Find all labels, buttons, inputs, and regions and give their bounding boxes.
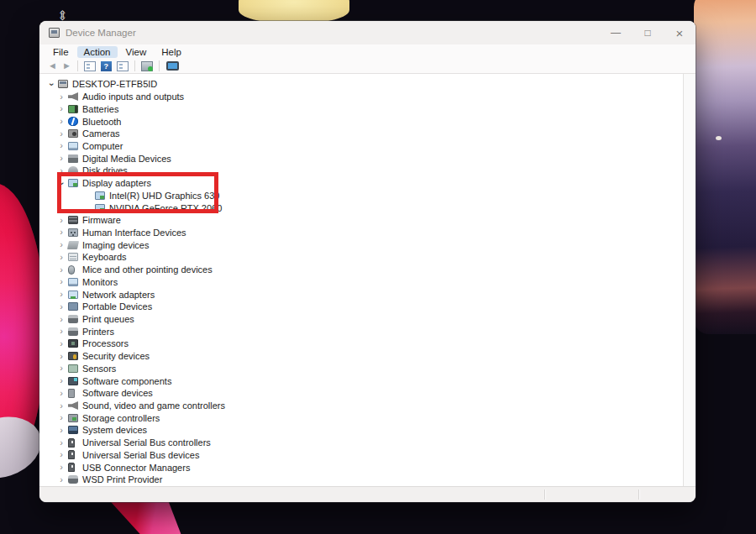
chevron-down-icon[interactable]: › [57, 178, 66, 188]
tree-item[interactable]: ›Software devices [39, 387, 683, 400]
chevron-right-icon[interactable]: › [56, 364, 66, 373]
help-button[interactable]: ? [101, 61, 112, 71]
device-manager-window: Device Manager — □ × File Action View He… [39, 21, 696, 502]
tree-item[interactable]: ›Processors [39, 338, 683, 350]
computer-monitor-icon[interactable] [166, 61, 179, 71]
tree-item[interactable]: ›Monitors [39, 276, 683, 289]
tree-item[interactable]: ›DESKTOP-ETFB5ID [39, 78, 683, 91]
firmware-icon [68, 216, 78, 224]
sound-icon [68, 401, 78, 410]
tree-item[interactable]: ›Firmware [39, 214, 683, 227]
chevron-right-icon[interactable]: › [56, 141, 66, 150]
title-bar[interactable]: Device Manager — □ × [39, 21, 696, 44]
show-console-tree-button[interactable] [84, 61, 96, 71]
chevron-right-icon[interactable]: › [56, 277, 66, 286]
chevron-right-icon[interactable]: › [56, 265, 66, 275]
chevron-right-icon[interactable]: › [56, 154, 66, 163]
tree-item[interactable]: ›Security devices [39, 350, 683, 363]
tree-item[interactable]: ›Disk drives [39, 165, 683, 177]
chevron-right-icon[interactable]: › [56, 290, 66, 299]
tree-item[interactable]: ›Computer [39, 140, 683, 153]
chevron-right-icon[interactable]: › [56, 401, 66, 411]
chevron-right-icon[interactable]: › [56, 327, 66, 336]
chevron-right-icon[interactable]: › [56, 376, 66, 385]
chevron-right-icon[interactable]: › [56, 389, 66, 398]
chevron-right-icon[interactable]: › [56, 92, 66, 102]
device-tree: ›DESKTOP-ETFB5ID›Audio inputs and output… [39, 74, 683, 486]
menu-help[interactable]: Help [155, 46, 188, 58]
chevron-right-icon[interactable]: › [56, 253, 66, 262]
chevron-right-icon[interactable]: › [56, 352, 66, 361]
tree-item[interactable]: ›Human Interface Devices [39, 227, 683, 239]
tree-item[interactable]: ›Imaging devices [39, 238, 683, 251]
chevron-right-icon[interactable]: › [56, 475, 66, 484]
minimize-button[interactable]: — [600, 21, 632, 44]
tree-item[interactable]: ›Mice and other pointing devices [39, 264, 683, 276]
tree-item-label: Processors [82, 338, 129, 348]
tree-item[interactable]: ›Universal Serial Bus devices [39, 449, 683, 462]
tree-item[interactable]: ›Intel(R) UHD Graphics 630 [39, 189, 683, 202]
tree-item-label: Keyboards [82, 252, 127, 262]
tree-item[interactable]: ›Sensors [39, 363, 683, 375]
tree-item[interactable]: ›Sound, video and game controllers [39, 400, 683, 412]
mouse-icon [68, 265, 75, 275]
chevron-right-icon[interactable]: › [56, 302, 66, 312]
tree-item[interactable]: ›Bluetooth [39, 115, 683, 128]
chevron-right-icon[interactable]: › [56, 315, 66, 324]
chevron-right-icon[interactable]: › [56, 426, 66, 435]
chevron-right-icon[interactable]: › [56, 166, 66, 175]
tree-item[interactable]: ›Storage controllers [39, 411, 683, 424]
tree-item[interactable]: ›Batteries [39, 102, 683, 115]
display-icon [95, 204, 105, 212]
tree-item[interactable]: ›USB Connector Managers [39, 461, 683, 474]
tree-item-label: Universal Serial Bus controllers [82, 437, 211, 448]
toolbar-separator [134, 60, 135, 71]
status-bar-separator [544, 490, 545, 500]
tree-item-label: Human Interface Devices [82, 228, 186, 238]
tree-item-label: Security devices [82, 351, 150, 361]
vertical-resize-cursor: ↕ [59, 7, 66, 24]
battery-icon [68, 105, 78, 113]
tree-item-label: Batteries [82, 104, 118, 114]
scan-hardware-changes-button[interactable] [141, 61, 153, 71]
chevron-right-icon[interactable]: › [56, 129, 66, 139]
close-button[interactable]: × [664, 21, 696, 44]
tree-item[interactable]: ›Network adapters [39, 288, 683, 301]
back-button[interactable]: ◄ [48, 61, 57, 71]
tree-item-label: Sensors [82, 364, 116, 374]
chevron-down-icon[interactable]: › [47, 79, 56, 89]
tree-item[interactable]: ›Audio inputs and outputs [39, 91, 683, 103]
monitor-icon [68, 278, 78, 286]
tree-item[interactable]: ›WSD Print Provider [39, 474, 683, 486]
tree-item[interactable]: ›Print queues [39, 313, 683, 326]
forward-button[interactable]: ► [62, 61, 71, 71]
tree-item[interactable]: ›System devices [39, 424, 683, 437]
tree-item[interactable]: ›Universal Serial Bus controllers [39, 437, 683, 449]
tree-item[interactable]: ›NVIDIA GeForce RTX 2060 [39, 202, 683, 214]
chevron-right-icon[interactable]: › [56, 339, 66, 348]
chevron-right-icon[interactable]: › [56, 104, 66, 113]
chevron-right-icon[interactable]: › [56, 450, 66, 459]
chevron-right-icon[interactable]: › [56, 413, 66, 422]
chevron-right-icon[interactable]: › [56, 228, 66, 237]
tree-item[interactable]: ›Printers [39, 325, 683, 338]
tree-item[interactable]: ›Portable Devices [39, 301, 683, 313]
chevron-right-icon[interactable]: › [56, 216, 66, 225]
wallpaper-bottom-red-wedge [108, 500, 185, 534]
vertical-scrollbar[interactable] [683, 74, 696, 486]
menu-file[interactable]: File [46, 46, 76, 58]
tree-item[interactable]: ›Display adapters [39, 177, 683, 190]
tree-item[interactable]: ›Digital Media Devices [39, 152, 683, 165]
tree-item[interactable]: ›Cameras [39, 128, 683, 140]
properties-button[interactable] [117, 61, 129, 71]
chevron-right-icon[interactable]: › [56, 240, 66, 249]
menu-action[interactable]: Action [77, 46, 118, 58]
chevron-right-icon[interactable]: › [56, 463, 66, 472]
chevron-right-icon[interactable]: › [56, 117, 66, 126]
maximize-button[interactable]: □ [632, 21, 664, 44]
tree-item[interactable]: ›Keyboards [39, 251, 683, 264]
chevron-right-icon[interactable]: › [56, 438, 66, 448]
tree-item[interactable]: ›Software components [39, 374, 683, 387]
menu-view[interactable]: View [119, 46, 154, 58]
tree-item-label: DESKTOP-ETFB5ID [72, 79, 157, 89]
